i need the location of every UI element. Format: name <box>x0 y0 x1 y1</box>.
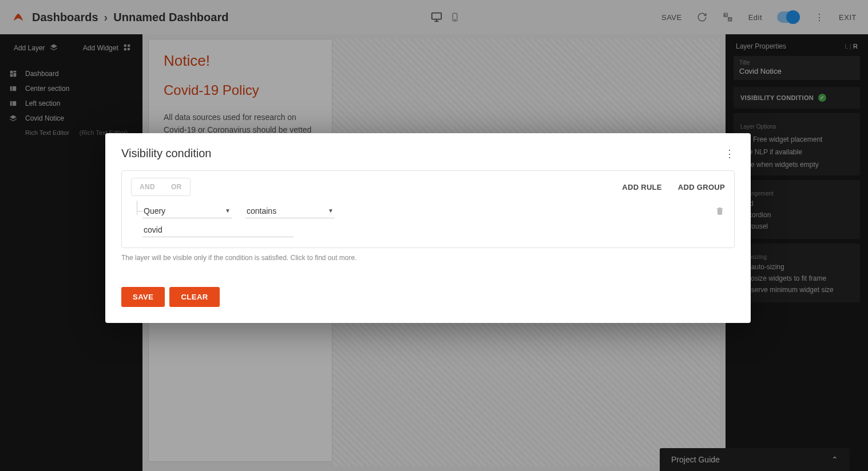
add-group-button[interactable]: ADD GROUP <box>678 183 725 191</box>
or-button[interactable]: OR <box>163 178 190 195</box>
delete-rule-icon[interactable] <box>715 206 725 218</box>
rule-group: AND OR ADD RULE ADD GROUP Query ▼ contai… <box>121 170 735 248</box>
rule-field-select[interactable]: Query <box>142 204 232 218</box>
modal-title: Visibility condition <box>121 147 212 160</box>
rule-value-input[interactable] <box>142 223 294 237</box>
modal-more-icon[interactable]: ⋮ <box>724 147 735 160</box>
modal-save-button[interactable]: SAVE <box>121 287 165 307</box>
and-or-toggle[interactable]: AND OR <box>131 178 191 196</box>
modal-hint[interactable]: The layer will be visible only if the co… <box>121 254 735 262</box>
visibility-modal: Visibility condition ⋮ AND OR ADD RULE A… <box>105 133 751 323</box>
and-button[interactable]: AND <box>132 178 163 195</box>
add-rule-button[interactable]: ADD RULE <box>622 183 662 191</box>
rule-operator-select[interactable]: contains <box>245 204 335 218</box>
modal-clear-button[interactable]: CLEAR <box>169 287 219 307</box>
